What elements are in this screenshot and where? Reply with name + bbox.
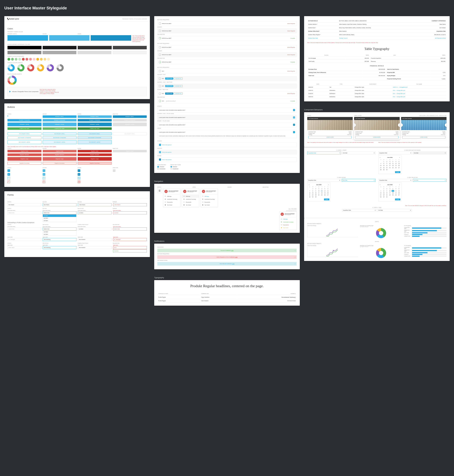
- file-row-w9-down[interactable]: W-9CREATE NEWCHOOSE FILEAction Required: [157, 91, 297, 96]
- nav-item-summary[interactable]: ▤Investment Summary: [182, 198, 199, 201]
- file-row-fatca-2-hover[interactable]: FATCA Form 8857Action Required: [157, 52, 297, 57]
- calendar-day[interactable]: 3: [388, 188, 391, 190]
- calendar-day[interactable]: 3: [317, 188, 320, 190]
- calendar-day[interactable]: 24: [317, 194, 320, 196]
- btn-neg-lg[interactable]: Negative Large: [8, 157, 42, 161]
- nav-item[interactable]: ▭Documents: [280, 223, 296, 226]
- create-new-button[interactable]: CREATE NEW: [165, 93, 173, 95]
- calendar-day[interactable]: 17: [388, 192, 391, 194]
- radio-selected[interactable]: Selected: [171, 166, 181, 167]
- btn[interactable]: SECONDARY SMALL: [43, 133, 77, 135]
- notif-link[interactable]: Link: [231, 250, 234, 251]
- calendar-day[interactable]: 7: [308, 190, 311, 192]
- notif-link[interactable]: Link: [235, 257, 237, 258]
- btn[interactable]: PRIMARY LARGE: [78, 123, 112, 126]
- btn[interactable]: Negative Secondary: [43, 162, 77, 164]
- edit-icon-button[interactable]: ✎: [8, 177, 10, 179]
- create-new-button[interactable]: CREATE NEW: [165, 85, 173, 87]
- calendar-day[interactable]: 6: [398, 188, 400, 190]
- nav-item-tax[interactable]: ▣Tax Center: [163, 203, 180, 206]
- input-error[interactable]: • Item Name: [113, 203, 147, 206]
- close-icon-button[interactable]: ✕: [8, 181, 10, 183]
- file-link[interactable]: Dist — Orange Blvd.pdf: [392, 92, 446, 95]
- btn[interactable]: PRIMARY STANDARD: [78, 119, 112, 121]
- accordion-hover[interactable]: Lorem ipsum dolor sit ametis nunca sapis…: [157, 115, 297, 120]
- calendar-day[interactable]: 14: [379, 165, 382, 167]
- btn[interactable]: Negative Secondary: [78, 162, 112, 164]
- dropdown-active[interactable]: Select One: [43, 211, 76, 214]
- cal-prev-icon[interactable]: ‹: [380, 184, 380, 185]
- add-person-hover[interactable]: +Add a new person: [157, 150, 297, 155]
- calendar-day[interactable]: 23: [386, 194, 388, 196]
- calendar-day[interactable]: 21: [308, 194, 311, 196]
- ob-input-complete[interactable]: Text Entered: [78, 238, 112, 241]
- btn-completed[interactable]: COMPLETED TASK: [8, 127, 42, 130]
- learn-more-button[interactable]: LEARN MORE: [355, 136, 398, 139]
- ob-input2-error[interactable]: Error: [113, 246, 147, 249]
- ob-input2-focus[interactable]: Text Entering: [43, 246, 76, 249]
- cal-prev-icon[interactable]: ‹: [309, 184, 309, 185]
- calendar-day[interactable]: 18: [320, 192, 323, 194]
- calendar-day[interactable]: 16: [386, 192, 388, 194]
- date-input-end[interactable]: End Date▾: [342, 179, 376, 182]
- nav-item-offerings[interactable]: ▢Offerings: [201, 195, 218, 198]
- download-icon-button[interactable]: ⬇: [8, 173, 10, 176]
- learn-more-button[interactable]: LEARN MORE: [308, 136, 352, 139]
- calendar-day[interactable]: 8: [311, 190, 314, 192]
- calendar-day[interactable]: 22: [311, 194, 314, 196]
- calendar-day[interactable]: 15: [382, 192, 385, 194]
- date-input-end[interactable]: End Date▾: [413, 179, 447, 182]
- btn[interactable]: PRIMARY STANDARD: [43, 119, 77, 121]
- date-input-start[interactable]: Acquisition Date▾: [378, 179, 412, 182]
- dropdown-item[interactable]: List Item: [43, 233, 76, 235]
- download-icon-button[interactable]: ⬇: [43, 173, 45, 176]
- calendar-day[interactable]: 4: [392, 188, 394, 190]
- file-row-fatca[interactable]: FATCA Form 8857Action Required: [157, 21, 297, 26]
- calendar-day[interactable]: 8: [382, 163, 385, 164]
- expand-icon[interactable]: +: [293, 117, 295, 118]
- ob-input-error[interactable]: Ex. Manager: [113, 238, 147, 241]
- ob-dd-complete[interactable]: List Item: [78, 227, 112, 231]
- nav-item-offerings[interactable]: ▢Offerings: [182, 195, 199, 198]
- calendar-day[interactable]: 27: [398, 194, 400, 196]
- date-input-end[interactable]: End Date▾: [342, 152, 376, 154]
- calendar-day[interactable]: 19: [394, 192, 397, 194]
- btn-neg-small[interactable]: Negative Small: [8, 150, 42, 152]
- property-card-hover[interactable]: 123 Green Avenue ‹› Investment TypeEquit…: [354, 117, 400, 140]
- calendar-day[interactable]: 11: [392, 163, 394, 164]
- calendar-day[interactable]: 26: [394, 194, 397, 196]
- calendar-day[interactable]: 22: [382, 194, 385, 196]
- input-active[interactable]: Item Name: [43, 203, 76, 206]
- close-icon[interactable]: ×: [295, 263, 295, 265]
- btn[interactable]: SECONDARY LARGE: [78, 140, 112, 144]
- nav-item-summary[interactable]: ▤Investment Summary: [163, 198, 180, 201]
- calendar-day[interactable]: 13: [326, 190, 329, 192]
- btn[interactable]: Negative Standard: [43, 154, 77, 156]
- calendar-day[interactable]: 26: [394, 167, 397, 169]
- calendar-day[interactable]: 24: [388, 194, 391, 196]
- expand-icon[interactable]: +: [293, 124, 295, 126]
- choose-file-button[interactable]: CHOOSE FILE: [174, 93, 182, 95]
- file-link[interactable]: 2020 K-1 — OrangeBlvd.pdf: [392, 86, 446, 89]
- file-row-fatca-hover[interactable]: FATCA Form 8857Action Required: [157, 29, 297, 33]
- dropdown-error[interactable]: List Item: [113, 211, 147, 214]
- btn-sec-lg[interactable]: SECONDARY LARGE: [8, 140, 42, 144]
- ob-input[interactable]: Ex. Manager: [8, 238, 41, 241]
- calendar-day[interactable]: 6: [398, 161, 400, 163]
- calendar-day[interactable]: 11: [320, 190, 323, 192]
- btn[interactable]: PRIMARY SMALL: [113, 115, 147, 118]
- calendar-day[interactable]: 20: [398, 192, 400, 194]
- calendar-day[interactable]: 23: [314, 194, 317, 196]
- calendar-day[interactable]: 17: [317, 192, 320, 194]
- carousel-next-icon[interactable]: ›: [398, 123, 400, 127]
- calendar-day[interactable]: 24: [388, 167, 391, 169]
- carousel-prev-icon[interactable]: ‹: [401, 123, 403, 127]
- date-input-end[interactable]: End Date▾: [377, 209, 412, 212]
- calendar-day[interactable]: 5: [323, 188, 326, 190]
- hamburger-button[interactable]: ☰: [157, 188, 162, 193]
- edit-icon-button[interactable]: ✎: [43, 177, 45, 179]
- carousel-next-icon[interactable]: ›: [445, 123, 446, 127]
- collapse-icon[interactable]: −: [293, 131, 295, 133]
- ob-input-focus[interactable]: Text Entering: [43, 238, 76, 241]
- btn[interactable]: Negative Large: [78, 157, 112, 161]
